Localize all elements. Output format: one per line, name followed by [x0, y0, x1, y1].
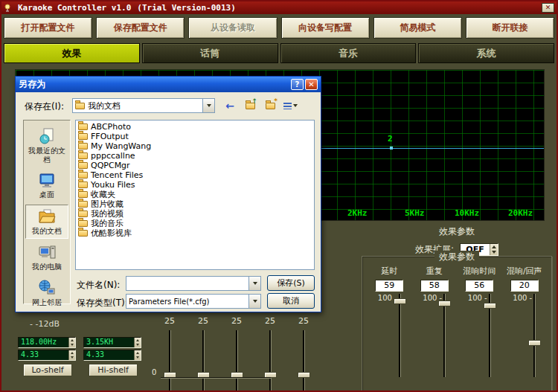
- my-documents-icon: [38, 208, 56, 225]
- filename-dropdown-button[interactable]: [248, 277, 260, 290]
- lo-shelf-gain-field[interactable]: 4.33: [18, 350, 76, 361]
- param-label: 重复: [412, 266, 458, 277]
- param-slider: 100 -: [457, 294, 502, 377]
- slider-track[interactable]: [489, 294, 491, 377]
- mini-spinner[interactable]: [134, 338, 141, 347]
- band-slider-track[interactable]: [236, 330, 238, 392]
- hi-shelf-gain-value: 4.33: [86, 350, 104, 359]
- file-item[interactable]: 优酷影视库: [76, 228, 314, 238]
- save-in-dropdown-button[interactable]: [202, 99, 214, 112]
- band-col: 25: [156, 316, 183, 392]
- file-item[interactable]: ABCPhoto: [76, 122, 314, 132]
- param-value-box[interactable]: 20: [510, 280, 539, 292]
- effect-params-group-title: 效果参数: [434, 251, 479, 263]
- cancel-button[interactable]: 取消: [267, 293, 315, 309]
- view-menu-icon[interactable]: [283, 99, 298, 112]
- write-device-button[interactable]: 向设备写配置: [281, 17, 370, 39]
- band-slider-track[interactable]: [202, 330, 205, 392]
- file-name: 优酷影视库: [91, 228, 132, 239]
- slider-track[interactable]: [533, 294, 536, 377]
- file-item[interactable]: FFOutput: [76, 132, 314, 141]
- tab-system[interactable]: 系统: [418, 43, 554, 63]
- file-item[interactable]: pppccallne: [76, 151, 314, 161]
- folder-icon: [78, 191, 88, 198]
- slider-handle[interactable]: [528, 340, 541, 346]
- file-item[interactable]: Tencent Files: [76, 170, 314, 180]
- hi-shelf-gain-field[interactable]: 4.33: [83, 350, 141, 361]
- band-slider-track[interactable]: [303, 330, 305, 392]
- param-value-box[interactable]: 56: [465, 280, 493, 292]
- band-col: 25: [290, 316, 317, 392]
- simple-mode-button[interactable]: 简易模式: [373, 17, 462, 39]
- filetype-dropdown-button[interactable]: [248, 295, 260, 308]
- spin-down-button[interactable]: [490, 250, 498, 256]
- band-slider-track[interactable]: [269, 330, 272, 392]
- places-bar: 我最近的文档 桌面 我的文档 我的电脑 网上邻居: [23, 120, 71, 304]
- place-recent-documents[interactable]: 我最近的文档: [25, 125, 68, 167]
- dialog-navbar: ← ↑ *: [222, 98, 298, 113]
- file-name: My WangWang: [91, 141, 151, 151]
- effect-params-group: 效果参数 延时 59 100 - 重复 58 100 -: [362, 256, 552, 392]
- spin-up-button[interactable]: [490, 244, 498, 250]
- dialog-title: 另存为: [19, 78, 45, 91]
- param-value-box[interactable]: 58: [420, 280, 449, 292]
- filetype-combobox[interactable]: Parameters File(*.cfg): [126, 294, 261, 309]
- disconnect-button[interactable]: 断开联接: [466, 17, 554, 39]
- band-slider-track[interactable]: [169, 330, 171, 392]
- save-in-value: 我的文档: [88, 100, 121, 112]
- slider-handle[interactable]: [394, 298, 406, 304]
- window-subtitle: (Trial Version-0013): [137, 3, 235, 13]
- slider-handle[interactable]: [484, 303, 496, 309]
- dialog-help-button[interactable]: ?: [291, 79, 304, 90]
- param-slider: 100 -: [367, 294, 412, 377]
- back-icon[interactable]: ←: [222, 99, 237, 112]
- lo-shelf-button[interactable]: Lo-shelf: [23, 364, 72, 376]
- read-device-button[interactable]: 从设备读取: [188, 17, 277, 39]
- file-item[interactable]: QQPCMgr: [76, 161, 314, 170]
- place-network[interactable]: 网上邻居: [25, 277, 68, 310]
- mini-spinner[interactable]: [134, 350, 141, 360]
- toolbar: 打开配置文件 保存配置文件 从设备读取 向设备写配置 简易模式 断开联接: [1, 14, 557, 42]
- tab-music[interactable]: 音乐: [280, 43, 417, 63]
- band-baseline: [161, 377, 271, 379]
- param-slider: 100 -: [502, 294, 548, 377]
- save-button[interactable]: 保存(S): [267, 275, 315, 291]
- new-folder-icon[interactable]: *: [263, 99, 278, 112]
- filename-input[interactable]: [126, 277, 248, 290]
- dialog-title-buttons: ? ✕: [291, 79, 318, 90]
- triangle-down-icon: [71, 344, 74, 346]
- place-my-computer[interactable]: 我的电脑: [25, 241, 68, 274]
- dialog-close-button[interactable]: ✕: [305, 79, 318, 90]
- param-label: 混响时间: [457, 266, 502, 277]
- param-col-reverb-time: 混响时间 56 100 -: [457, 266, 502, 377]
- up-one-level-icon[interactable]: ↑: [243, 99, 257, 112]
- slider-handle[interactable]: [438, 301, 451, 306]
- window-title: Karaoke Controller v1.0: [18, 3, 131, 13]
- mini-spinner[interactable]: [68, 350, 75, 360]
- tab-effects[interactable]: 效果: [4, 43, 140, 63]
- chevron-down-icon: [293, 104, 298, 107]
- lo-shelf-freq-field[interactable]: 118.00Hz: [18, 337, 76, 348]
- hi-shelf-button[interactable]: Hi-shelf: [89, 364, 138, 376]
- place-my-documents[interactable]: 我的文档: [25, 205, 68, 240]
- scale-label: 100 -: [513, 294, 532, 377]
- save-in-combobox[interactable]: 我的文档: [72, 98, 215, 113]
- tab-microphone[interactable]: 话筒: [142, 43, 278, 63]
- mini-spinner[interactable]: [68, 338, 75, 347]
- open-config-button[interactable]: 打开配置文件: [4, 17, 92, 39]
- band-slider-handle[interactable]: [298, 372, 310, 378]
- folder-icon: [78, 133, 88, 140]
- folder-icon: [75, 103, 85, 109]
- param-value-box[interactable]: 59: [375, 280, 403, 292]
- slider-track[interactable]: [399, 294, 401, 377]
- triangle-up-icon: [136, 352, 139, 354]
- list-view-glyph: [283, 103, 292, 109]
- window-close-button[interactable]: ✕: [542, 3, 554, 13]
- dialog-title-bar[interactable]: 另存为 ? ✕: [16, 77, 321, 92]
- eq-curve-point[interactable]: [390, 147, 393, 150]
- hi-shelf-freq-field[interactable]: 3.15KH: [83, 337, 141, 348]
- place-desktop[interactable]: 桌面: [25, 169, 68, 202]
- save-config-button[interactable]: 保存配置文件: [96, 17, 185, 39]
- slider-track[interactable]: [443, 294, 446, 377]
- file-item[interactable]: My WangWang: [76, 141, 314, 151]
